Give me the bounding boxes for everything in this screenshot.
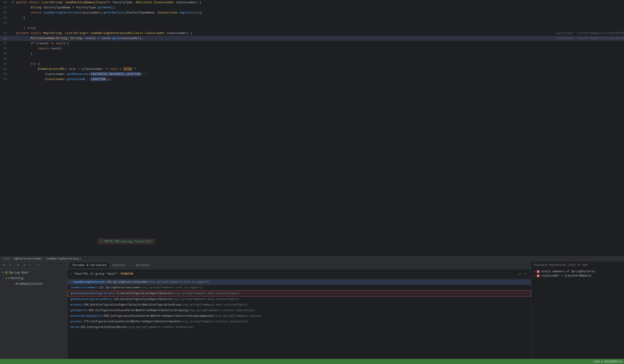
code-lines: 20 @ public static List<String> loadFact… xyxy=(0,0,624,82)
code-line: 27 if (result != null) { xyxy=(0,41,624,46)
tab-console-label: Console xyxy=(113,263,125,267)
line-number: 28 xyxy=(0,46,10,51)
stack-fn: getCandidateConfigurations xyxy=(71,291,114,296)
stack-pkg: (org.springframework.core.io.support) xyxy=(141,286,202,290)
stack-item[interactable]: getImports :882, ConfigurationClassParse… xyxy=(67,308,531,313)
line-code: classLoader.getResources(FACTORIES_RESOU… xyxy=(15,72,624,77)
tree-item-grab-application[interactable]: ✦ GrabApplication xyxy=(0,281,67,286)
breadcrumb-item-1[interactable]: ngFactoriesLoader xyxy=(14,257,42,260)
eval-item[interactable]: ▶ S classLoader = {Launcher$AppCla xyxy=(534,274,621,278)
stack-item[interactable]: loadFactoryNames :122, SpringFactoriesLo… xyxy=(67,285,531,290)
stack-fn: loadSpringFactories xyxy=(73,280,105,284)
stack-class: ConfigurationClassParser$DeferredImportS… xyxy=(90,319,181,324)
breadcrumb-item-2[interactable]: loadSpringFactories() xyxy=(46,257,81,260)
line-code: MultiValueMap<String, String> result = c… xyxy=(15,36,551,41)
debug-tree[interactable]: ▼ 🌿 Spring Boot ▶ ▶ Running ✦ GrabApplic… xyxy=(0,269,67,359)
stack-class: SpringFactoriesLoader xyxy=(105,286,141,290)
toolbar-add[interactable]: + xyxy=(36,262,41,268)
status-bar: CSDN @ 喜欢该源码小白 xyxy=(0,359,624,364)
stack-return-arrow: ↩ xyxy=(70,280,72,284)
line-code: return loadSpringFactories(classLoader).… xyxy=(15,10,624,15)
line-number: 24 xyxy=(0,21,10,26)
code-line: 24 xyxy=(0,21,624,26)
debug-main: Threads & Variables Console ⚡ Actuator ✓… xyxy=(67,261,531,359)
code-line: 28 return result; xyxy=(0,46,624,51)
stack-item[interactable]: process :396, AutoConfigurationImportSel… xyxy=(67,302,531,308)
running-label: Running xyxy=(10,277,23,280)
line-number: 21 xyxy=(0,5,10,10)
stack-fn: parse xyxy=(70,325,79,329)
line-number: 22 xyxy=(0,10,10,15)
stack-line: :882, xyxy=(87,308,95,312)
stack-fn: process xyxy=(70,303,82,307)
code-line: 32 Enumeration<URL> urls = (classLoader … xyxy=(0,67,624,72)
line-number: 27 xyxy=(0,41,10,46)
stack-line: :779, xyxy=(82,319,90,324)
filter-button[interactable]: ⊿ xyxy=(517,271,522,276)
stack-item-highlighted[interactable]: getCandidateConfigurations :71, AutoConf… xyxy=(67,290,531,296)
line-number: 31 xyxy=(0,61,10,67)
stack-fn: loadFactoryNames xyxy=(70,286,97,290)
stack-line: :396, xyxy=(82,303,90,307)
grab-label: GrabApplication xyxy=(16,282,43,286)
tree-item-spring-boot[interactable]: ▼ 🌿 Spring Boot xyxy=(0,270,67,275)
stack-fn: processGroupImports xyxy=(70,314,102,318)
stack-class: ConfigurationClassParser$DeferredImportS… xyxy=(95,308,187,312)
stack-pkg: (org.springframework.context.annotation) xyxy=(127,325,194,329)
line-number: 29 xyxy=(0,51,10,56)
tab-actuator[interactable]: ⚡ Actuator xyxy=(129,262,153,268)
settings-button[interactable]: ⚙ xyxy=(523,271,528,276)
stack-item[interactable]: parse :192, ConfigurationClassParser (or… xyxy=(67,324,531,330)
code-line: 34 ClassLoader.getSystemR...LOCATION)); xyxy=(0,77,624,82)
tree-item-running[interactable]: ▶ ▶ Running xyxy=(0,275,67,281)
stack-pkg: (org.springframework.boot.autoconfigure) xyxy=(181,303,248,307)
tab-threads-variables-label: Threads & Variables xyxy=(72,263,106,267)
toolbar-divider xyxy=(14,263,14,267)
debug-sidebar: ⇅ ✕ ⊞ ⊿ ↪ + ▼ 🌿 Spring Boot ▶ ▶ Running xyxy=(0,261,67,359)
toolbar-close[interactable]: ✕ xyxy=(7,262,13,268)
tab-threads-variables[interactable]: Threads & Variables xyxy=(69,262,109,268)
toolbar-step-up-down[interactable]: ⇅ xyxy=(1,262,6,268)
inline-hint-25: classLoader: Launcher$AppClassLoader@492… xyxy=(555,31,624,36)
filter-icons: ⊿ ⚙ xyxy=(517,271,528,276)
gutter-20: @ xyxy=(10,0,15,5)
eval-item[interactable]: ▶ S static members of SpringFactorie xyxy=(534,269,621,274)
line-code: if (result != null) { xyxy=(15,41,624,46)
code-line-highlighted: 26 → MultiValueMap<String, String> resul… xyxy=(0,36,624,41)
toolbar-grid[interactable]: ⊞ xyxy=(16,262,21,268)
status-bar-text: CSDN @ 喜欢该源码小白 xyxy=(594,360,622,363)
toolbar-filter[interactable]: ⊿ xyxy=(22,262,27,268)
code-content[interactable]: 20 @ public static List<String> loadFact… xyxy=(0,0,624,256)
line-code: private static Map<String, List<String>>… xyxy=(15,31,551,36)
tab-console[interactable]: Console xyxy=(110,262,128,268)
stack-item[interactable]: getAutoConfigurationEntry :116, AutoConf… xyxy=(67,296,531,302)
spring-boot-label: Spring Boot xyxy=(9,271,29,274)
line-number: 25 xyxy=(0,31,10,36)
stack-trace[interactable]: ↩ loadSpringFactories :126, SpringFactor… xyxy=(67,278,531,359)
stack-item[interactable]: processGroupImports :808, ConfigurationC… xyxy=(67,313,531,319)
thread-status-text: "main"@1 in group "main": RUNNING xyxy=(74,272,133,276)
run-icon: ▶ xyxy=(8,277,10,280)
stack-line: :71, xyxy=(114,291,121,296)
grab-icon: ✦ xyxy=(13,282,15,285)
breadcrumb-bar: vices › ngFactoriesLoader › loadSpringFa… xyxy=(0,256,624,261)
line-number: 23 xyxy=(0,15,10,21)
tab-actuator-label: Actuator xyxy=(136,263,150,267)
toolbar-return[interactable]: ↪ xyxy=(28,262,33,268)
stack-item[interactable]: process :779, ConfigurationClassParser$D… xyxy=(67,319,531,324)
code-line: 29 } xyxy=(0,51,624,56)
stack-class: SpringFactoriesLoader xyxy=(113,280,148,284)
eval-header: Evaluate expression (⌥F8) or add xyxy=(534,263,621,267)
thread-status: ✓ "main"@1 in group "main": RUNNING ⊿ ⚙ xyxy=(67,269,531,278)
actuator-icon: ⚡ xyxy=(131,264,133,267)
stack-class: AutoConfigurationImportSelector$AutoConf… xyxy=(90,303,181,307)
stack-line: :126, xyxy=(105,280,113,284)
stack-item[interactable]: ↩ loadSpringFactories :126, SpringFactor… xyxy=(67,279,531,285)
tree-arrow: ▼ xyxy=(1,271,5,274)
stack-class: ConfigurationClassParser xyxy=(87,325,127,329)
debug-right-panel: Evaluate expression (⌥F8) or add ▶ S sta… xyxy=(531,261,624,359)
tooltip-popup: + "META-INF/spring.factories" xyxy=(98,239,155,244)
tree-arrow: ▶ xyxy=(5,277,8,280)
code-line: 21 String factoryTypeName = factoryType.… xyxy=(0,5,624,10)
eval-key-classloader: classLoader = {Launcher$AppCla xyxy=(541,274,591,277)
